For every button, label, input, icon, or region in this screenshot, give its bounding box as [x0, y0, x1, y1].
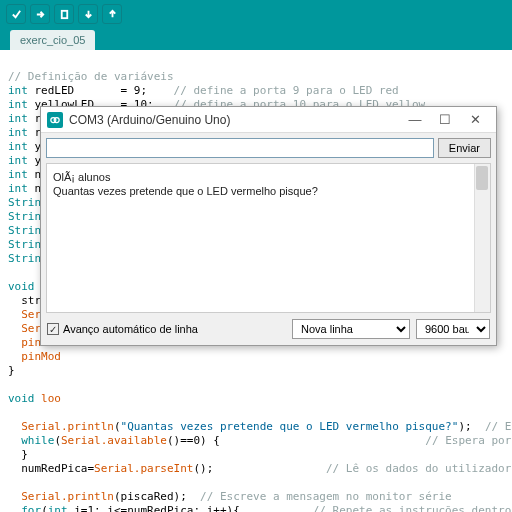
tab-bar: exerc_cio_05: [0, 28, 512, 50]
serial-line: Quantas vezes pretende que o LED vermelh…: [53, 184, 484, 198]
baud-select[interactable]: 9600 baud: [416, 319, 490, 339]
maximize-button[interactable]: ☐: [430, 110, 460, 130]
toolbar: [0, 0, 512, 28]
scroll-thumb[interactable]: [476, 166, 488, 190]
verify-button[interactable]: [6, 4, 26, 24]
checkbox-icon: ✓: [47, 323, 59, 335]
minimize-button[interactable]: —: [400, 110, 430, 130]
serial-titlebar[interactable]: COM3 (Arduino/Genuino Uno) — ☐ ✕: [41, 107, 496, 133]
serial-monitor-window: COM3 (Arduino/Genuino Uno) — ☐ ✕ Enviar …: [40, 106, 497, 346]
svg-point-2: [54, 117, 59, 122]
autoscroll-checkbox[interactable]: ✓ Avanço automático de linha: [47, 323, 286, 335]
serial-line: OlÃ¡ alunos: [53, 170, 484, 184]
serial-title: COM3 (Arduino/Genuino Uno): [69, 113, 400, 127]
serial-footer: ✓ Avanço automático de linha Nova linha …: [41, 313, 496, 345]
send-button[interactable]: Enviar: [438, 138, 491, 158]
serial-send-row: Enviar: [41, 133, 496, 163]
close-button[interactable]: ✕: [460, 110, 490, 130]
serial-input[interactable]: [46, 138, 434, 158]
scrollbar[interactable]: [474, 164, 490, 312]
tab-sketch[interactable]: exerc_cio_05: [10, 30, 95, 50]
line-ending-select[interactable]: Nova linha: [292, 319, 410, 339]
open-button[interactable]: [78, 4, 98, 24]
svg-rect-0: [61, 10, 67, 17]
code-line: // Definição de variáveis: [8, 70, 174, 83]
serial-output[interactable]: OlÃ¡ alunos Quantas vezes pretende que o…: [46, 163, 491, 313]
code-kw: int: [8, 84, 28, 97]
new-button[interactable]: [54, 4, 74, 24]
upload-button[interactable]: [30, 4, 50, 24]
autoscroll-label: Avanço automático de linha: [63, 323, 198, 335]
arduino-icon: [47, 112, 63, 128]
save-button[interactable]: [102, 4, 122, 24]
